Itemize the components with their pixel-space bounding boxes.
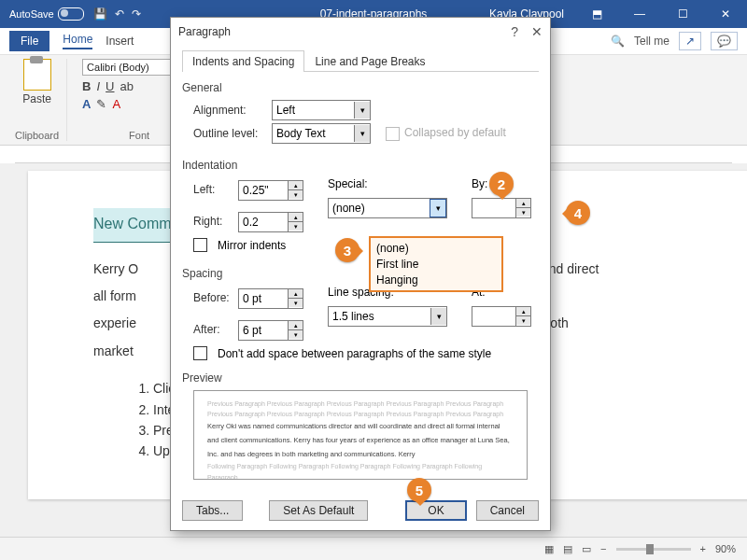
clipboard-icon [23, 59, 51, 91]
spinner[interactable]: ▴▾ [289, 320, 303, 341]
spinner[interactable]: ▴▾ [516, 306, 531, 327]
print-layout-icon[interactable]: ▤ [563, 543, 572, 555]
callout-3: 3 [335, 238, 359, 262]
read-mode-icon[interactable]: ▦ [544, 543, 554, 555]
by-input[interactable] [472, 198, 516, 218]
before-label: Before: [193, 291, 233, 304]
paragraph-dialog: Paragraph ? ✕ Indents and Spacing Line a… [170, 17, 551, 531]
underline-button[interactable]: U [106, 79, 114, 93]
doc-heading: New Comm [93, 208, 172, 243]
save-icon[interactable]: 💾 [93, 7, 107, 21]
comments-icon[interactable]: 💬 [711, 32, 738, 50]
paste-button[interactable]: Paste [15, 59, 59, 105]
preview-box: Previous Paragraph Previous Paragraph Pr… [193, 390, 528, 480]
dialog-titlebar[interactable]: Paragraph ? ✕ [171, 18, 550, 46]
toggle-off-icon [58, 7, 84, 21]
space-before-input[interactable]: 0 pt [238, 288, 289, 309]
indentation-label: Indentation [182, 159, 539, 172]
tell-me[interactable]: Tell me [634, 35, 669, 48]
autosave-toggle[interactable]: AutoSave [9, 7, 84, 21]
bold-button[interactable]: B [82, 79, 91, 93]
outline-level-select[interactable]: Body Text▾ [272, 123, 371, 144]
space-after-input[interactable]: 6 pt [238, 320, 289, 341]
dropdown-option[interactable]: (none) [376, 241, 496, 257]
right-indent-input[interactable]: 0.2 [238, 212, 289, 232]
close-icon[interactable]: ✕ [531, 24, 543, 39]
outline-label: Outline level: [193, 127, 266, 140]
highlight-icon[interactable]: ✎ [96, 97, 106, 111]
chevron-down-icon: ▾ [430, 308, 446, 325]
tab-home[interactable]: Home [63, 33, 92, 49]
group-label: Clipboard [15, 130, 59, 141]
special-label: Special: [328, 177, 447, 190]
tab-line-breaks[interactable]: Line and Page Breaks [304, 50, 435, 72]
left-label: Left: [193, 183, 233, 196]
special-dropdown-list[interactable]: (none) First line Hanging [369, 236, 503, 292]
italic-button[interactable]: I [96, 79, 100, 93]
left-indent-input[interactable]: 0.25" [238, 180, 289, 201]
spinner[interactable]: ▴▾ [289, 180, 303, 201]
tabs-button[interactable]: Tabs... [182, 500, 243, 521]
collapsed-checkbox [386, 127, 400, 141]
spinner[interactable]: ▴▾ [289, 212, 303, 232]
dont-add-space-checkbox[interactable] [193, 346, 207, 360]
special-indent-select[interactable]: (none)▾ [328, 198, 447, 218]
dont-add-label: Don't add space between paragraphs of th… [218, 347, 491, 360]
mirror-indents-checkbox[interactable] [193, 238, 207, 252]
preview-label: Preview [182, 371, 539, 385]
font-color-icon[interactable]: A [112, 97, 120, 111]
at-input[interactable] [472, 306, 516, 327]
callout-5: 5 [407, 478, 431, 502]
zoom-level[interactable]: 90% [715, 543, 736, 554]
cancel-button[interactable]: Cancel [476, 500, 539, 521]
set-default-button[interactable]: Set As Default [269, 500, 368, 521]
general-label: General [182, 81, 539, 94]
chevron-down-icon: ▾ [354, 125, 370, 142]
undo-icon[interactable]: ↶ [115, 7, 124, 21]
help-icon[interactable]: ? [511, 24, 518, 39]
alignment-label: Alignment: [193, 104, 266, 117]
spinner[interactable]: ▴▾ [289, 288, 303, 309]
mirror-label: Mirror indents [218, 239, 286, 252]
search-icon[interactable]: 🔍 [611, 35, 625, 48]
tab-file[interactable]: File [9, 31, 49, 51]
strikethrough-button[interactable]: ab [120, 79, 134, 93]
right-label: Right: [193, 215, 233, 228]
share-icon[interactable]: ↗ [679, 32, 701, 50]
callout-2: 2 [489, 172, 514, 196]
dropdown-option[interactable]: First line [376, 257, 496, 273]
tab-insert[interactable]: Insert [106, 35, 134, 48]
callout-4: 4 [566, 201, 590, 225]
after-label: After: [193, 323, 233, 336]
maximize-icon[interactable]: ☐ [661, 0, 704, 28]
web-layout-icon[interactable]: ▭ [582, 543, 591, 555]
quick-access-toolbar: 💾 ↶ ↷ [93, 7, 141, 21]
chevron-down-icon: ▾ [354, 102, 370, 119]
dialog-tabs: Indents and Spacing Line and Page Breaks [182, 49, 539, 72]
dropdown-option[interactable]: Hanging [376, 273, 496, 288]
spinner[interactable]: ▴▾ [516, 198, 531, 218]
minimize-icon[interactable]: — [618, 0, 661, 28]
chevron-down-icon: ▾ [430, 199, 446, 217]
close-icon[interactable]: ✕ [704, 0, 747, 28]
zoom-in-icon[interactable]: + [700, 543, 706, 554]
window-options-icon[interactable]: ⬒ [575, 0, 618, 28]
dialog-title: Paragraph [178, 25, 231, 38]
redo-icon[interactable]: ↷ [132, 7, 141, 21]
zoom-slider[interactable] [616, 548, 691, 551]
zoom-out-icon[interactable]: − [600, 543, 606, 554]
tab-indents-spacing[interactable]: Indents and Spacing [182, 50, 304, 72]
alignment-select[interactable]: Left▾ [272, 100, 371, 120]
text-effects-icon[interactable]: A [82, 97, 91, 111]
status-bar: ▦ ▤ ▭ − + 90% [0, 537, 747, 560]
line-spacing-select[interactable]: 1.5 lines▾ [328, 306, 447, 327]
